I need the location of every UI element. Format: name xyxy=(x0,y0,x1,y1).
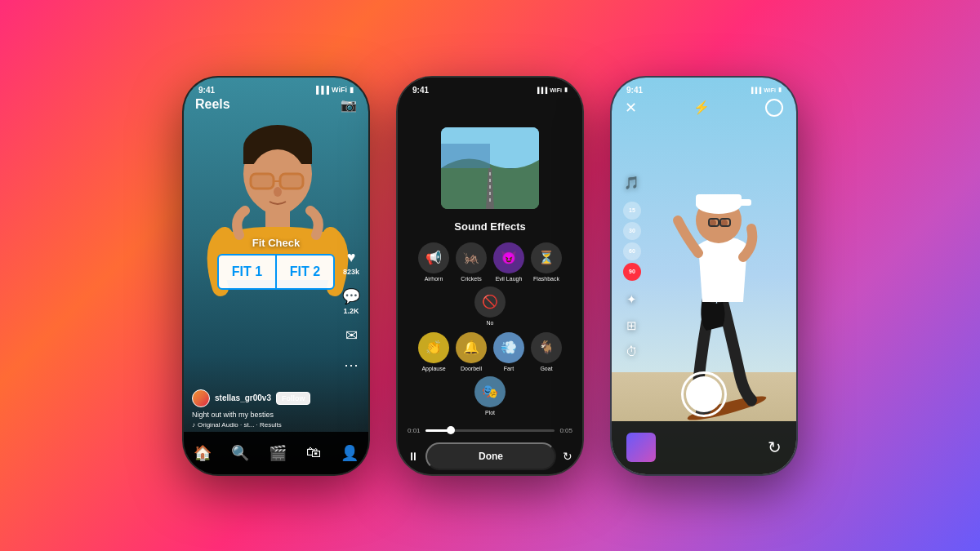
sound-applause[interactable]: 👏 Applause xyxy=(417,332,450,371)
more-action[interactable]: ⋯ xyxy=(344,356,359,374)
evil-laugh-icon: 😈 xyxy=(493,242,524,273)
sound-fart[interactable]: 💨 Fart xyxy=(492,332,525,371)
reels-header: Reels 📷 xyxy=(184,97,368,113)
music-icon: ♪ xyxy=(192,421,195,429)
shutter-inner xyxy=(686,376,722,412)
progress-dot xyxy=(447,426,455,434)
sound-goat[interactable]: 🐐 Goat xyxy=(530,332,563,371)
wifi-icon-3: WiFi xyxy=(764,87,776,93)
svg-rect-7 xyxy=(252,175,273,188)
nav-reels-icon[interactable]: 🎬 xyxy=(269,444,287,462)
airhorn-icon: 📢 xyxy=(418,242,449,273)
duration-15[interactable]: 15 xyxy=(623,202,641,220)
share-action[interactable]: ✉ xyxy=(345,327,358,344)
person-photo xyxy=(184,92,368,353)
dots-icon: ⋯ xyxy=(344,356,359,374)
username[interactable]: stellas_gr00v3 xyxy=(215,393,271,402)
no-label: No xyxy=(487,320,494,326)
timer-icon: ⏱ xyxy=(626,344,638,358)
sound-airhorn[interactable]: 📢 Airhorn xyxy=(417,242,450,282)
duration-30[interactable]: 30 xyxy=(623,222,641,240)
layout-tool[interactable]: ⊞ xyxy=(621,318,641,333)
flip-camera-icon[interactable]: ↻ xyxy=(768,438,782,457)
music-note-icon: 🎵 xyxy=(624,176,639,190)
crickets-label: Crickets xyxy=(461,276,481,282)
svg-rect-20 xyxy=(733,199,751,206)
done-row: ⏸ Done ↻ xyxy=(408,442,572,470)
timeline-start: 0:01 xyxy=(408,427,421,434)
user-avatar xyxy=(192,389,210,407)
timeline: 0:01 0:05 xyxy=(408,427,572,434)
settings-circle-icon[interactable] xyxy=(765,99,783,117)
done-button[interactable]: Done xyxy=(425,442,556,470)
goat-label: Goat xyxy=(540,366,552,371)
timer-tool[interactable]: ⏱ xyxy=(621,344,641,358)
gallery-thumbnail[interactable] xyxy=(626,433,656,462)
fit-1-button[interactable]: FIT 1 xyxy=(217,254,276,290)
status-icons: ▐▐▐ WiFi ▮ xyxy=(314,86,354,94)
sound-evil-laugh[interactable]: 😈 Evil Laugh xyxy=(492,242,525,282)
nav-shop-icon[interactable]: 🛍 xyxy=(306,444,321,461)
nav-search-icon[interactable]: 🔍 xyxy=(231,444,249,462)
applause-label: Applause xyxy=(421,366,445,371)
fart-icon: 💨 xyxy=(493,332,524,363)
phone-sound-effects: 9:41 ▐▐▐ WiFi ▮ Sound Effects xyxy=(396,76,584,476)
close-icon[interactable]: ✕ xyxy=(625,99,637,117)
sound-no[interactable]: 🚫 No xyxy=(474,287,506,326)
wifi-icon-2: WiFi xyxy=(550,87,562,93)
sound-doorbell[interactable]: 🔔 Doorbell xyxy=(455,332,488,371)
battery-icon: ▮ xyxy=(350,86,354,94)
comment-count: 1.2K xyxy=(343,307,359,315)
comment-action[interactable]: 💬 1.2K xyxy=(342,287,360,315)
bottom-nav: 🏠 🔍 🎬 🛍 👤 xyxy=(184,432,368,474)
sound-effects-row1: 📢 Airhorn 🦗 Crickets 😈 Evil Laugh ⏳ Flas… xyxy=(398,242,582,326)
shutter-button[interactable] xyxy=(681,371,727,417)
heart-icon: ♥ xyxy=(347,249,356,266)
signal-icon: ▐▐▐ xyxy=(314,86,329,94)
flashback-label: Flashback xyxy=(533,276,559,282)
progress-track[interactable] xyxy=(425,429,555,432)
fart-label: Fart xyxy=(504,366,514,371)
duration-90-active[interactable]: 90 xyxy=(623,263,641,281)
time-3: 9:41 xyxy=(626,86,643,95)
effects-tool[interactable]: ✦ xyxy=(621,292,641,307)
signal-icon-2: ▐▐▐ xyxy=(535,87,547,93)
comment-icon: 💬 xyxy=(342,287,360,305)
flash-off-icon[interactable]: ⚡ xyxy=(693,100,710,115)
nav-profile-icon[interactable]: 👤 xyxy=(341,444,359,462)
phone-reels: 9:41 ▐▐▐ WiFi ▮ Reels 📷 Fit Check FIT 1 … xyxy=(182,76,370,476)
fit-2-button[interactable]: FIT 2 xyxy=(276,254,335,290)
duration-60[interactable]: 60 xyxy=(623,242,641,260)
sound-plot[interactable]: 🎭 Plot xyxy=(474,376,506,415)
status-icons-2: ▐▐▐ WiFi ▮ xyxy=(535,87,568,93)
follow-button[interactable]: Follow xyxy=(276,392,311,405)
sound-flashback[interactable]: ⏳ Flashback xyxy=(530,242,563,282)
refresh-button[interactable]: ↻ xyxy=(563,450,572,463)
doorbell-icon: 🔔 xyxy=(456,332,487,363)
nav-home-icon[interactable]: 🏠 xyxy=(194,444,212,462)
shutter-container xyxy=(681,371,727,417)
camera-tools: 🎵 15 30 60 90 ✦ ⊞ ⏱ xyxy=(621,176,641,358)
sound-crickets[interactable]: 🦗 Crickets xyxy=(455,242,488,282)
svg-point-9 xyxy=(274,187,282,197)
svg-point-22 xyxy=(721,220,728,226)
like-count: 823k xyxy=(343,268,359,276)
like-action[interactable]: ♥ 823k xyxy=(343,249,359,276)
sparkle-icon: ✦ xyxy=(626,292,637,307)
flashback-icon: ⏳ xyxy=(531,242,562,273)
music-tool[interactable]: 🎵 xyxy=(621,176,641,190)
status-icons-3: ▐▐▐ WiFi ▮ xyxy=(749,87,782,93)
camera-icon[interactable]: 📷 xyxy=(341,97,357,113)
caption: Night out with my besties xyxy=(192,411,336,419)
camera-header: ✕ ⚡ xyxy=(612,99,796,117)
pause-button[interactable]: ⏸ xyxy=(408,450,419,463)
fit-check-overlay: Fit Check FIT 1 FIT 2 xyxy=(184,237,368,290)
applause-icon: 👏 xyxy=(418,332,449,363)
timeline-end: 0:05 xyxy=(559,427,572,434)
video-preview xyxy=(441,127,539,209)
user-row: stellas_gr00v3 Follow xyxy=(192,389,336,407)
status-bar: 9:41 ▐▐▐ WiFi ▮ xyxy=(184,78,368,98)
fit-buttons: FIT 1 FIT 2 xyxy=(217,254,335,290)
battery-icon-3: ▮ xyxy=(778,87,782,93)
time: 9:41 xyxy=(198,86,215,95)
